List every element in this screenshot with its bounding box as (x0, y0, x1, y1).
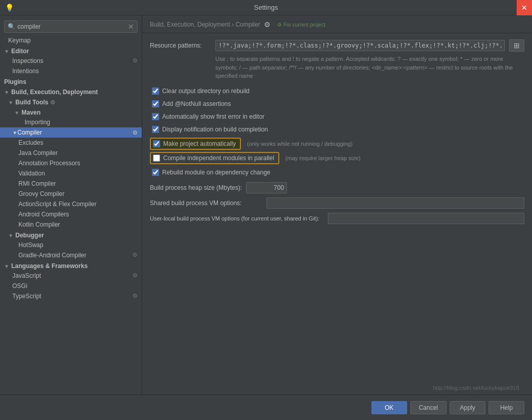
sidebar-item-label: Build Tools (15, 99, 48, 106)
make-auto-checkbox[interactable] (153, 140, 160, 147)
sidebar-item-label: RMI Compiler (18, 180, 56, 187)
sidebar-item-label: ActionScript & Flex Compiler (18, 201, 97, 208)
sidebar-item-validation[interactable]: Validation (0, 168, 142, 179)
display-notification-checkbox[interactable] (152, 126, 159, 133)
sidebar-item-label: Inspections (12, 57, 43, 64)
sidebar-item-label: Plugins (4, 78, 26, 85)
sidebar-item-android-compilers[interactable]: Android Compilers (0, 209, 142, 219)
sidebar-item-javascript[interactable]: JavaScript ⚙ (0, 271, 142, 281)
sidebar-item-java-compiler[interactable]: Java Compiler (0, 148, 142, 158)
sidebar-item-label: Java Compiler (18, 149, 58, 157)
project-badge: ⚙ For current project (277, 22, 325, 28)
sidebar-item-inspections[interactable]: Inspections ⚙ (0, 56, 142, 66)
option-row-rebuild-dependency: Rebuild module on dependency change (150, 168, 524, 177)
gear-icon-ts: ⚙ (132, 293, 138, 299)
tree-arrow-maven: ▼ (14, 110, 19, 116)
sidebar-section-editor[interactable]: ▼ Editor (0, 46, 142, 56)
heap-input[interactable] (246, 182, 287, 193)
compile-parallel-highlighted-box: Compile independent modules in parallel (150, 152, 279, 164)
search-icon: 🔍 (8, 23, 15, 30)
sidebar-item-label: HotSwap (18, 241, 43, 249)
sidebar-item-actionscript-flex[interactable]: ActionScript & Flex Compiler (0, 199, 142, 209)
resource-patterns-row: Resource patterns: ⊞ (150, 39, 524, 52)
search-box: 🔍 ✕ (4, 20, 138, 33)
sidebar-item-osgi[interactable]: OSGi (0, 281, 142, 291)
sidebar: 🔍 ✕ Keymap ▼ Editor Inspections ⚙ Intent… (0, 15, 142, 394)
sidebar-item-label: OSGi (12, 282, 27, 290)
compile-parallel-checkbox[interactable] (153, 154, 160, 162)
rebuild-dependency-checkbox[interactable] (152, 169, 159, 176)
sidebar-item-excludes[interactable]: Excludes (0, 138, 142, 148)
sidebar-item-gradle-android[interactable]: Gradle-Android Compiler ⚙ (0, 250, 142, 260)
content-area: 🔍 ✕ Keymap ▼ Editor Inspections ⚙ Intent… (0, 15, 532, 394)
main-container: 🔍 ✕ Keymap ▼ Editor Inspections ⚙ Intent… (0, 15, 532, 420)
help-text: Use ; to separate patterns and ! to nega… (150, 55, 524, 80)
sidebar-item-compiler[interactable]: ▼ Compiler ⚙ (0, 127, 142, 138)
add-notnull-checkbox[interactable] (152, 100, 159, 107)
sidebar-item-label: Gradle-Android Compiler (18, 252, 86, 259)
close-button[interactable]: ✕ (517, 0, 532, 15)
sidebar-section-lang-frameworks[interactable]: ▼ Languages & Frameworks (0, 260, 142, 271)
right-header: Build, Execution, Deployment › Compiler … (142, 15, 532, 33)
sidebar-item-label: Debugger (15, 232, 44, 239)
sidebar-item-keymap[interactable]: Keymap (0, 35, 142, 46)
apply-button[interactable]: Apply (450, 401, 485, 414)
resource-patterns-label: Resource patterns: (150, 42, 211, 49)
user-local-label: User-local build process VM options (for… (150, 215, 324, 222)
make-auto-label[interactable]: Make project automatically (163, 140, 236, 147)
user-local-input[interactable] (328, 213, 524, 224)
breadcrumb-text: Build, Execution, Deployment › Compiler (150, 21, 260, 28)
cancel-button[interactable]: Cancel (410, 401, 447, 414)
tree-arrow-editor: ▼ (4, 49, 9, 54)
help-button[interactable]: Help (489, 401, 524, 414)
clear-search-button[interactable]: ✕ (128, 23, 134, 31)
compile-parallel-label[interactable]: Compile independent modules in parallel (163, 154, 274, 162)
sidebar-item-hotswap[interactable]: HotSwap (0, 240, 142, 250)
resource-patterns-expand-button[interactable]: ⊞ (509, 39, 524, 52)
sidebar-item-importing[interactable]: Importing (0, 117, 142, 127)
add-notnull-label[interactable]: Add @NotNull assertions (162, 100, 522, 107)
sidebar-section-build-exec[interactable]: ▼ Build, Execution, Deployment (0, 86, 142, 97)
show-first-error-checkbox[interactable] (152, 113, 159, 120)
sidebar-item-label: Groovy Compiler (18, 190, 64, 197)
search-input[interactable] (17, 23, 128, 30)
sidebar-item-label: Maven (21, 109, 40, 116)
sidebar-item-kotlin-compiler[interactable]: Kotlin Compiler (0, 219, 142, 230)
sidebar-section-plugins[interactable]: Plugins (0, 76, 142, 86)
sidebar-item-label: Intentions (12, 68, 39, 75)
sidebar-item-label: Keymap (8, 37, 31, 44)
resource-patterns-input[interactable] (215, 40, 505, 51)
sidebar-item-label: Editor (11, 48, 29, 55)
gear-icon-inspections: ⚙ (132, 57, 138, 64)
clear-output-checkbox[interactable] (152, 87, 159, 95)
title-bar: 💡 Settings ✕ (0, 0, 532, 15)
gear-icon-js: ⚙ (132, 272, 138, 279)
sidebar-item-rmi-compiler[interactable]: RMI Compiler (0, 179, 142, 189)
sidebar-item-annotation-processors[interactable]: Annotation Processors (0, 158, 142, 168)
clear-output-label[interactable]: Clear output directory on rebuild (162, 87, 522, 95)
rebuild-dependency-label[interactable]: Rebuild module on dependency change (162, 169, 522, 176)
sidebar-item-label: Android Compilers (18, 211, 69, 218)
sidebar-section-debugger[interactable]: ▼ Debugger (0, 230, 142, 240)
sidebar-item-groovy-compiler[interactable]: Groovy Compiler (0, 189, 142, 199)
heap-row: Build process heap size (Mbytes): (150, 182, 524, 193)
ok-button[interactable]: OK (371, 401, 407, 414)
sidebar-item-label: Validation (18, 170, 45, 177)
vm-options-label: Shared build process VM options: (150, 200, 262, 207)
sidebar-item-intentions[interactable]: Intentions (0, 66, 142, 76)
option-row-display-notification: Display notification on build completion (150, 125, 524, 134)
sidebar-item-typescript[interactable]: TypeScript ⚙ (0, 291, 142, 301)
sidebar-item-label: Languages & Frameworks (11, 262, 87, 270)
tree-arrow-lang: ▼ (4, 263, 9, 269)
display-notification-label[interactable]: Display notification on build completion (162, 126, 522, 133)
tree-arrow-build-tools: ▼ (8, 100, 13, 105)
option-row-add-notnull: Add @NotNull assertions (150, 99, 524, 108)
sidebar-section-build-tools[interactable]: ▼ Build Tools ⚙ (0, 97, 142, 107)
sidebar-item-label: Kotlin Compiler (18, 221, 60, 228)
vm-options-input[interactable] (267, 197, 524, 209)
show-first-error-label[interactable]: Automatically show first error in editor (162, 113, 522, 120)
tree-arrow-debugger: ▼ (8, 233, 13, 238)
tree-arrow-compiler: ▼ (12, 130, 17, 136)
sidebar-section-maven[interactable]: ▼ Maven (0, 107, 142, 117)
option-row-clear-output: Clear output directory on rebuild (150, 86, 524, 96)
